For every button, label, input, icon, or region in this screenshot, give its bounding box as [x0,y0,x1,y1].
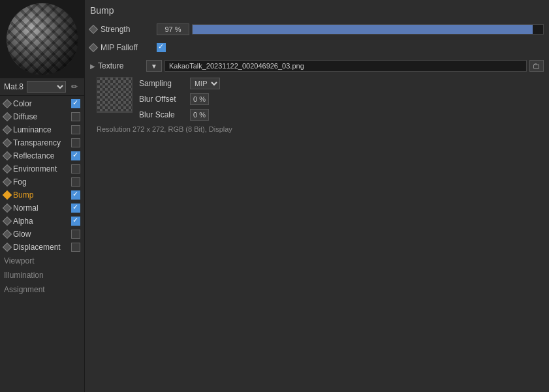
mat-name-row: Mat.8 ✏ [0,78,84,96]
strength-value[interactable]: 97 % [157,23,189,35]
channel-name-displacement: Displacement [13,243,69,252]
channel-item-environment[interactable]: Environment [0,162,84,175]
right-panel: Bump Strength 97 % MIP Falloff ▶ Texture… [85,0,549,392]
sphere-pattern-overlay [7,3,78,75]
strength-row: Strength 97 % [90,22,544,37]
channel-checkbox-fog[interactable] [71,177,80,187]
channel-item-reflectance[interactable]: Reflectance [0,149,84,162]
channel-item-displacement[interactable]: Displacement [0,241,84,254]
texture-expand-icon[interactable]: ▶ [90,63,95,70]
texture-detail-area: Sampling MIP Blur Offset 0 % Blur Scale … [90,77,544,121]
sphere-render [7,3,78,75]
channel-diamond-transparency [3,138,12,147]
channel-name-luminance: Luminance [13,125,69,134]
channel-item-alpha[interactable]: Alpha [0,215,84,228]
channel-item-normal[interactable]: Normal [0,202,84,215]
channel-diamond-fog [3,177,12,187]
channel-name-bump: Bump [13,190,69,200]
blur-offset-value[interactable]: 0 % [190,93,209,105]
texture-thumbnail [97,77,133,113]
channel-checkbox-reflectance[interactable] [71,151,80,160]
channel-name-color: Color [13,99,69,108]
texture-properties: Sampling MIP Blur Offset 0 % Blur Scale … [139,77,220,121]
channel-diamond-displacement [3,243,12,252]
channel-name-environment: Environment [13,164,69,173]
mip-falloff-checkbox[interactable] [157,43,166,52]
channel-name-transparency: Transparency [13,138,69,147]
sampling-row: Sampling MIP [139,77,220,90]
channel-item-color[interactable]: Color [0,97,84,110]
strength-slider-container: 97 % [157,23,544,35]
blur-scale-value[interactable]: 0 % [190,109,209,121]
section-label-viewport[interactable]: Viewport [0,254,84,268]
channel-checkbox-normal[interactable] [71,204,80,213]
channel-checkbox-glow[interactable] [71,230,80,239]
channel-diamond-bump [3,190,12,200]
strength-slider[interactable] [192,24,544,35]
channel-diamond-reflectance [3,151,12,160]
texture-label: Texture [98,61,144,70]
blur-scale-label: Blur Scale [139,110,186,119]
channel-name-reflectance: Reflectance [13,151,69,160]
blur-scale-row: Blur Scale 0 % [139,108,220,121]
texture-row: ▶ Texture ▼ KakaoTalk_20231122_002046926… [90,59,544,73]
texture-folder-button[interactable]: 🗀 [529,60,544,72]
channel-item-glow[interactable]: Glow [0,228,84,241]
section-label-assignment[interactable]: Assignment [0,282,84,297]
texture-filename: KakaoTalk_20231122_002046926_03.png [165,60,527,72]
strength-label: Strength [101,25,153,34]
mat-name-label: Mat.8 [4,82,24,91]
channel-list: ColorDiffuseLuminanceTransparencyReflect… [0,96,84,392]
channel-checkbox-color[interactable] [71,99,80,108]
strength-diamond [89,25,98,34]
channel-diamond-alpha [3,217,12,226]
panel-title: Bump [90,5,544,16]
channel-name-glow: Glow [13,230,69,239]
channel-name-fog: Fog [13,177,69,187]
texture-type-dropdown[interactable]: ▼ [146,60,162,72]
channel-name-alpha: Alpha [13,217,69,226]
channel-item-fog[interactable]: Fog [0,175,84,188]
channel-checkbox-luminance[interactable] [71,125,80,134]
sampling-label: Sampling [139,79,186,88]
channel-checkbox-diffuse[interactable] [71,112,80,121]
resolution-info: Resolution 272 x 272, RGB (8 Bit), Displ… [90,125,544,133]
material-preview [0,0,85,78]
channel-diamond-environment [3,164,12,173]
channel-checkbox-bump[interactable] [71,190,80,200]
mip-falloff-row: MIP Falloff [90,40,544,55]
channel-name-normal: Normal [13,204,69,213]
channel-item-diffuse[interactable]: Diffuse [0,110,84,123]
blur-offset-label: Blur Offset [139,95,186,104]
channel-diamond-luminance [3,125,12,134]
mip-falloff-diamond [89,43,98,52]
sampling-dropdown[interactable]: MIP [190,78,220,89]
strength-slider-fill [193,25,533,34]
channel-item-bump[interactable]: Bump [0,188,84,202]
channel-diamond-color [3,99,12,108]
left-panel: Mat.8 ✏ ColorDiffuseLuminanceTransparenc… [0,0,85,392]
blur-offset-row: Blur Offset 0 % [139,93,220,106]
channel-checkbox-displacement[interactable] [71,243,80,252]
channel-name-diffuse: Diffuse [13,112,69,121]
channel-diamond-diffuse [3,112,12,121]
channel-item-transparency[interactable]: Transparency [0,136,84,149]
channel-checkbox-environment[interactable] [71,164,80,173]
mip-falloff-label: MIP Falloff [101,43,153,52]
channel-diamond-normal [3,204,12,213]
channel-item-luminance[interactable]: Luminance [0,123,84,136]
channel-checkbox-alpha[interactable] [71,217,80,226]
channel-checkbox-transparency[interactable] [71,138,80,147]
channel-diamond-glow [3,230,12,239]
mat-dropdown[interactable] [27,81,66,93]
section-label-illumination[interactable]: Illumination [0,268,84,282]
edit-mat-button[interactable]: ✏ [69,81,80,93]
